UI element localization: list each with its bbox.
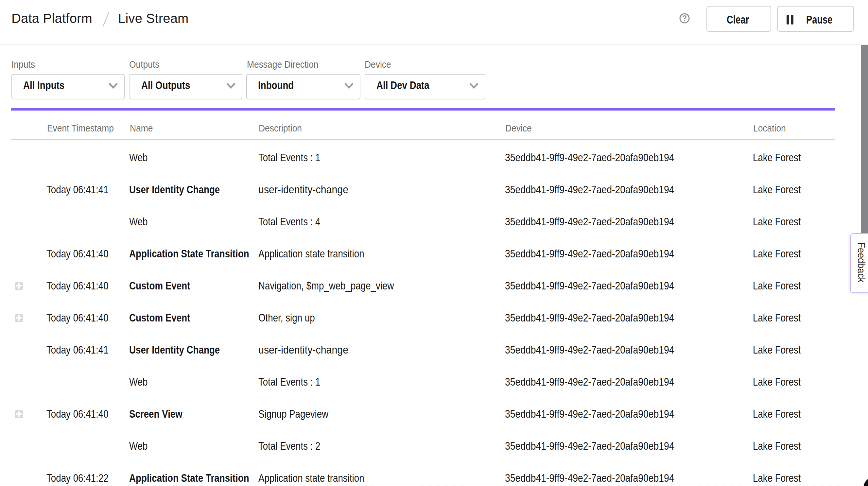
svg-text:?: ?	[682, 14, 687, 23]
